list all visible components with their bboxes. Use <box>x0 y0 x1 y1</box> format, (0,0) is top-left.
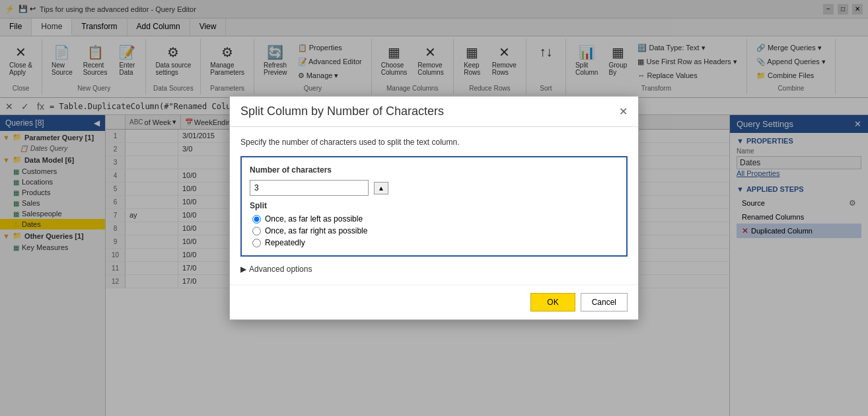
split-column-modal: Split Column by Number of Characters ✕ S… <box>229 96 639 320</box>
modal-body: Specify the number of characters used to… <box>230 127 638 284</box>
radio-repeatedly-label: Repeatedly <box>265 238 305 247</box>
spin-up-button[interactable]: ▲ <box>374 182 388 194</box>
radio-repeatedly-input[interactable] <box>252 239 261 247</box>
num-chars-label: Number of characters <box>250 165 618 175</box>
modal-header: Split Column by Number of Characters ✕ <box>230 97 638 127</box>
radio-once-right[interactable]: Once, as far right as possible <box>252 226 618 235</box>
advanced-options-label: Advanced options <box>249 265 312 274</box>
cancel-button[interactable]: Cancel <box>581 293 628 312</box>
split-label: Split <box>250 201 618 210</box>
num-chars-section: Number of characters ▲ Split Once, as fa… <box>240 156 628 257</box>
modal-overlay: Split Column by Number of Characters ✕ S… <box>0 0 868 416</box>
ok-button[interactable]: OK <box>530 293 575 312</box>
advanced-options-link[interactable]: ▶ Advanced options <box>240 265 628 274</box>
radio-once-right-input[interactable] <box>252 227 261 235</box>
modal-description: Specify the number of characters used to… <box>240 138 628 147</box>
num-chars-input[interactable] <box>250 180 369 196</box>
radio-once-left[interactable]: Once, as far left as possible <box>252 214 618 224</box>
radio-once-left-input[interactable] <box>252 215 261 224</box>
modal-close-button[interactable]: ✕ <box>619 105 628 118</box>
num-chars-input-row: ▲ <box>250 180 618 196</box>
advanced-options-chevron-icon: ▶ <box>240 265 246 274</box>
radio-repeatedly[interactable]: Repeatedly <box>252 238 618 247</box>
modal-footer: OK Cancel <box>230 284 638 319</box>
radio-once-right-label: Once, as far right as possible <box>265 226 367 235</box>
split-radio-group: Once, as far left as possible Once, as f… <box>252 214 618 247</box>
radio-once-left-label: Once, as far left as possible <box>265 214 363 224</box>
modal-title: Split Column by Number of Characters <box>240 104 444 118</box>
